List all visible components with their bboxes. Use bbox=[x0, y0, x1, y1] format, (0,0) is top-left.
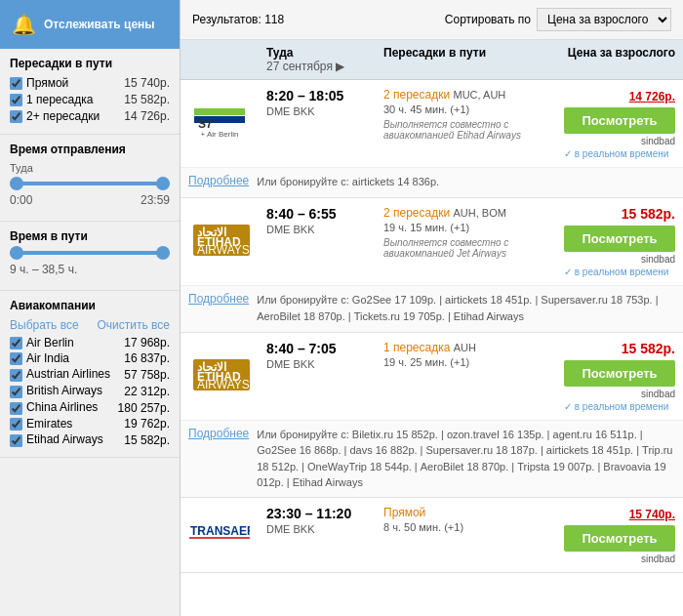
travel-slider-right[interactable] bbox=[156, 246, 170, 260]
svg-text:AIRWAYS: AIRWAYS bbox=[197, 243, 250, 256]
flight-3-book-button[interactable]: Посмотреть bbox=[564, 360, 675, 387]
airline-austrian-label[interactable]: Austrian Airlines bbox=[10, 367, 124, 382]
results-prefix: Результатов: bbox=[192, 13, 264, 26]
airline-china-checkbox[interactable] bbox=[10, 402, 22, 415]
transfer-2plus-label[interactable]: 2+ пересадки bbox=[10, 109, 100, 123]
flight-2-time: 8:40 – 6:55 bbox=[266, 206, 368, 222]
clear-all-airlines[interactable]: Очистить все bbox=[98, 318, 170, 332]
flight-3-duration: 19 ч. 25 мин. (+1) bbox=[383, 356, 548, 368]
flight-row-4: TRANSAERO 23:30 – 11:20 DME BKK Прямой 8… bbox=[181, 498, 683, 573]
travel-slider-left[interactable] bbox=[10, 246, 23, 260]
svg-text:TRANSAERO: TRANSAERO bbox=[190, 524, 250, 538]
flight-row-3: الاتحاد ETIHAD AIRWAYS 8:40 – 7:05 DME B… bbox=[181, 333, 683, 498]
departure-direction: Туда bbox=[10, 162, 170, 174]
airline-british-checkbox[interactable] bbox=[10, 386, 22, 398]
etihad-logo-2: الاتحاد ETIHAD AIRWAYS bbox=[193, 359, 247, 393]
transfer-2plus-price: 14 726р. bbox=[124, 109, 170, 123]
transaero-logo: TRANSAERO bbox=[189, 523, 250, 547]
flight-airline-4: TRANSAERO bbox=[181, 498, 259, 572]
flight-price-2: 15 582р. Посмотреть sindbad ✓ в реальном… bbox=[556, 198, 683, 285]
flight-times-4: 23:30 – 11:20 DME BKK bbox=[259, 498, 376, 572]
airline-air-berlin-label[interactable]: Air Berlin bbox=[10, 336, 124, 349]
transfer-direct-checkbox[interactable] bbox=[10, 77, 22, 90]
flight-3-transfers: 1 пересадка AUH bbox=[383, 341, 548, 354]
flight-2-transfers: 2 пересадки AUH, BOM bbox=[383, 206, 548, 220]
travel-slider-fill bbox=[10, 251, 170, 255]
main-content: Результатов: 118 Сортировать по Цена за … bbox=[181, 0, 683, 616]
track-prices-label: Отслеживать цены bbox=[44, 18, 155, 31]
transfer-direct-text: Прямой bbox=[26, 76, 68, 90]
flight-airline-1: S7 + Air Berlin bbox=[181, 80, 259, 167]
departure-slider: 0:00 23:59 bbox=[10, 182, 170, 207]
airline-china-label[interactable]: China Airlines bbox=[10, 400, 118, 415]
flight-2-realtime: ✓ в реальном времени bbox=[564, 267, 675, 277]
sort-select[interactable]: Цена за взрослого bbox=[537, 8, 671, 31]
flight-2-book-button[interactable]: Посмотреть bbox=[564, 226, 675, 252]
transfer-2plus-checkbox[interactable] bbox=[10, 110, 22, 123]
transfer-1-checkbox[interactable] bbox=[10, 94, 22, 106]
travel-time-range-display: 9 ч. – 38,5 ч. bbox=[10, 263, 170, 276]
airline-air-berlin-checkbox[interactable] bbox=[10, 337, 22, 349]
etihad-logo-1: الاتحاد ETIHAD AIRWAYS bbox=[193, 225, 247, 259]
flight-info-2: 2 пересадки AUH, BOM 19 ч. 15 мин. (+1) … bbox=[376, 198, 556, 285]
transfer-1-text: 1 пересадка bbox=[26, 93, 93, 106]
airline-etihad-label[interactable]: Etihad Airways bbox=[10, 432, 124, 447]
flight-2-details-link[interactable]: Подробнее bbox=[188, 292, 249, 326]
sort-container: Сортировать по Цена за взрослого bbox=[445, 8, 671, 31]
svg-text:S7: S7 bbox=[198, 117, 213, 130]
airline-austrian-checkbox[interactable] bbox=[10, 369, 22, 382]
airline-emirates-name: Emirates bbox=[26, 417, 124, 431]
airline-row-emirates: Emirates 19 762р. bbox=[10, 417, 170, 431]
transfer-direct-label[interactable]: Прямой bbox=[10, 76, 68, 90]
airline-emirates-label[interactable]: Emirates bbox=[10, 417, 124, 431]
airline-row-air-india: Air India 16 837р. bbox=[10, 351, 170, 365]
travel-time-slider: 9 ч. – 38,5 ч. bbox=[10, 251, 170, 276]
svg-text:AIRWAYS: AIRWAYS bbox=[197, 378, 250, 390]
flight-1-transfer-count: 2 пересадки bbox=[383, 88, 450, 102]
flight-1-price-value: 14 726р. bbox=[629, 90, 675, 103]
airline-etihad-price: 15 582р. bbox=[124, 433, 170, 447]
sidebar: 🔔 Отслеживать цены Пересадки в пути Прям… bbox=[0, 0, 181, 616]
col-header-transfers: Пересадки в пути bbox=[376, 40, 556, 79]
flight-row-1: S7 + Air Berlin 8:20 – 18:05 DME BKK 2 п… bbox=[181, 80, 683, 198]
transfer-1-label[interactable]: 1 пересадка bbox=[10, 93, 93, 106]
flight-1-booking-options: Или бронируйте с: airtickets 14 836р. bbox=[257, 174, 675, 191]
flight-1-duration: 30 ч. 45 мин. (+1) bbox=[383, 103, 548, 115]
airline-air-berlin-price: 17 968р. bbox=[124, 336, 170, 349]
airline-air-india-label[interactable]: Air India bbox=[10, 351, 124, 365]
flight-3-price-value: 15 582р. bbox=[564, 341, 675, 356]
airline-etihad-checkbox[interactable] bbox=[10, 434, 22, 447]
flight-times-3: 8:40 – 7:05 DME BKK bbox=[259, 333, 376, 420]
column-headers: Туда 27 сентября ▶ Пересадки в пути Цена… bbox=[181, 40, 683, 80]
flight-3-details-link[interactable]: Подробнее bbox=[188, 427, 249, 491]
flight-main-1: S7 + Air Berlin 8:20 – 18:05 DME BKK 2 п… bbox=[181, 80, 683, 167]
airline-air-india-checkbox[interactable] bbox=[10, 352, 22, 365]
transfers-filter-section: Пересадки в пути Прямой 15 740р. 1 перес… bbox=[0, 49, 180, 135]
flight-3-transfer-airports: AUH bbox=[454, 342, 476, 353]
departure-slider-left[interactable] bbox=[10, 177, 23, 190]
flight-1-time: 8:20 – 18:05 bbox=[266, 88, 368, 103]
airline-british-label[interactable]: British Airways bbox=[10, 384, 124, 398]
flight-4-transfers: Прямой bbox=[383, 506, 548, 519]
flight-airline-2: الاتحاد ETIHAD AIRWAYS bbox=[181, 198, 259, 285]
select-all-airlines[interactable]: Выбрать все bbox=[10, 318, 79, 332]
flight-4-book-button[interactable]: Посмотреть bbox=[564, 525, 675, 552]
departure-time-from: 0:00 bbox=[10, 193, 32, 207]
track-prices-button[interactable]: 🔔 Отслеживать цены bbox=[0, 0, 180, 49]
departure-time-to: 23:59 bbox=[141, 193, 170, 207]
flight-details-2: Подробнее Или бронируйте с: Go2See 17 10… bbox=[181, 285, 683, 332]
airline-emirates-checkbox[interactable] bbox=[10, 418, 22, 431]
flight-2-transfer-count: 2 пересадки bbox=[383, 206, 450, 220]
flight-4-transfer-count: Прямой bbox=[383, 506, 425, 519]
flight-2-duration: 19 ч. 15 мин. (+1) bbox=[383, 222, 548, 233]
bell-icon: 🔔 bbox=[12, 13, 36, 36]
flight-1-book-button[interactable]: Посмотреть bbox=[564, 107, 675, 134]
col-header-price: Цена за взрослого bbox=[556, 40, 683, 79]
transfer-1-row: 1 пересадка 15 582р. bbox=[10, 93, 170, 106]
departure-slider-right[interactable] bbox=[156, 177, 170, 190]
flight-info-4: Прямой 8 ч. 50 мин. (+1) bbox=[376, 498, 556, 572]
flight-1-details-link[interactable]: Подробнее bbox=[188, 174, 249, 191]
airline-china-price: 180 257р. bbox=[118, 401, 170, 415]
transfer-direct-price: 15 740р. bbox=[124, 76, 170, 90]
flight-3-realtime: ✓ в реальном времени bbox=[564, 401, 675, 412]
